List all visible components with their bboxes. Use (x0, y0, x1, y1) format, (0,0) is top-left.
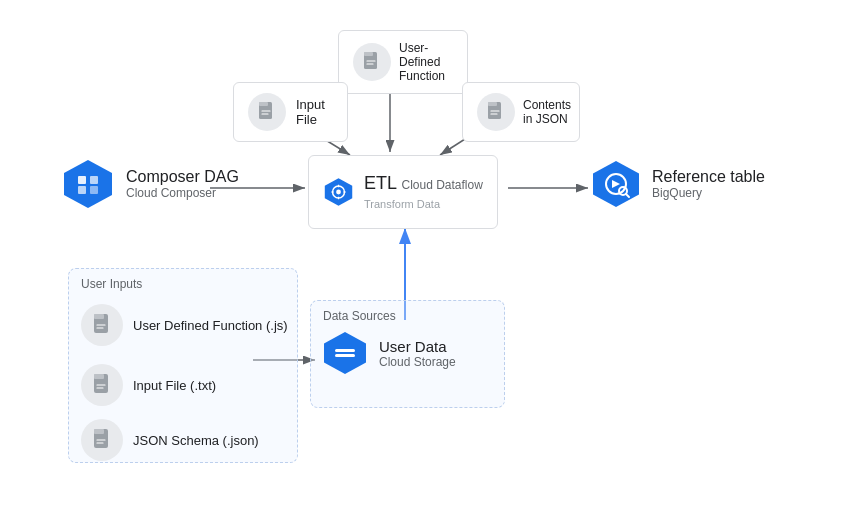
udf-label: User-Defined Function (399, 41, 453, 83)
svg-marker-33 (324, 332, 366, 374)
diagram-container: User-Defined Function Input File (0, 0, 853, 509)
user-inputs-group: User Inputs User Defined Function (.js) (68, 268, 298, 463)
reference-hex-icon (590, 158, 642, 210)
udf-js-label: User Defined Function (.js) (133, 318, 288, 333)
input-file-node: Input File (233, 82, 348, 142)
etl-label: ETL Cloud Dataflow Transform Data (364, 173, 483, 212)
svg-rect-16 (78, 176, 86, 184)
svg-point-22 (336, 190, 341, 195)
data-sources-group: Data Sources User Data Cloud Storage (310, 300, 505, 408)
composer-hex-icon (60, 156, 116, 212)
svg-rect-35 (335, 354, 355, 357)
svg-rect-18 (78, 186, 86, 194)
udf-js-icon (81, 304, 123, 346)
contents-json-node: Contents in JSON (462, 82, 580, 142)
reference-table-node: Reference table BigQuery (590, 158, 765, 210)
svg-rect-17 (90, 176, 98, 184)
input-file-label: Input File (296, 97, 333, 127)
user-data-node: User Data Cloud Storage (321, 329, 456, 377)
list-item: Input File (.txt) (81, 364, 216, 406)
svg-rect-14 (488, 102, 497, 106)
svg-rect-19 (90, 186, 98, 194)
svg-rect-10 (364, 52, 373, 56)
etl-node: ETL Cloud Dataflow Transform Data (308, 155, 498, 229)
composer-dag-label: Composer DAG Cloud Composer (126, 167, 239, 202)
reference-table-label: Reference table BigQuery (652, 167, 765, 202)
list-item: User Defined Function (.js) (81, 304, 288, 346)
user-defined-function-node: User-Defined Function (338, 30, 468, 94)
svg-marker-15 (64, 160, 112, 208)
svg-rect-12 (259, 102, 268, 106)
list-item: JSON Schema (.json) (81, 419, 259, 461)
udf-icon (353, 43, 391, 81)
svg-rect-32 (94, 429, 104, 434)
svg-rect-30 (94, 374, 104, 379)
user-inputs-label: User Inputs (81, 277, 142, 291)
contents-json-label: Contents in JSON (523, 98, 571, 126)
json-schema-label: JSON Schema (.json) (133, 433, 259, 448)
input-txt-label: Input File (.txt) (133, 378, 216, 393)
cloud-storage-hex-icon (321, 329, 369, 377)
etl-hex-icon (323, 166, 354, 218)
data-sources-label: Data Sources (323, 309, 396, 323)
contents-json-icon (477, 93, 515, 131)
input-file-icon (248, 93, 286, 131)
input-txt-icon (81, 364, 123, 406)
composer-dag-node: Composer DAG Cloud Composer (60, 156, 239, 212)
user-data-label: User Data Cloud Storage (379, 338, 456, 369)
svg-rect-28 (94, 314, 104, 319)
svg-rect-34 (335, 349, 355, 352)
json-schema-icon (81, 419, 123, 461)
